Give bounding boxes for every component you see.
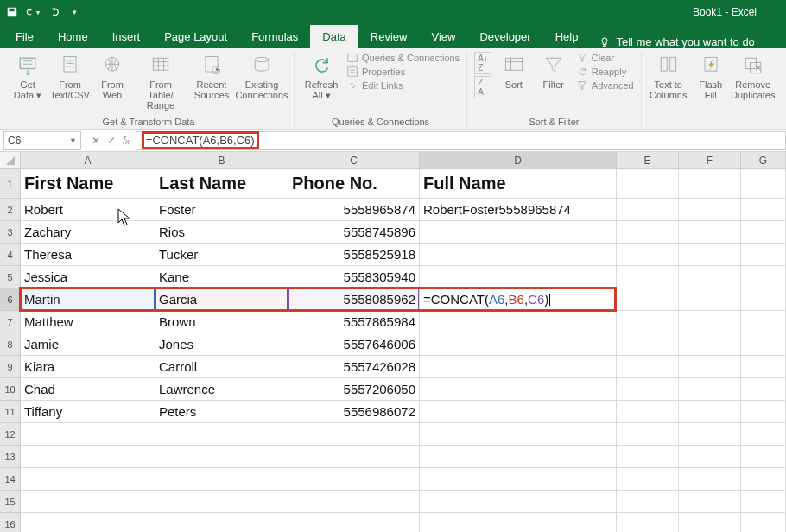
properties-button[interactable]: Properties xyxy=(346,66,460,78)
cell-B13[interactable] xyxy=(155,446,288,468)
cell-G4[interactable] xyxy=(741,244,786,266)
cell-E9[interactable] xyxy=(617,356,679,378)
cell-A4[interactable]: Theresa xyxy=(21,244,155,266)
cell-A12[interactable] xyxy=(21,423,155,446)
column-header-g[interactable]: G xyxy=(741,152,786,168)
cell-C6[interactable]: 5558085962 xyxy=(288,288,420,311)
cell-E16[interactable] xyxy=(617,513,679,532)
row-header[interactable]: 7 xyxy=(0,311,21,333)
cell-G2[interactable] xyxy=(741,199,786,221)
cell-B14[interactable] xyxy=(155,468,288,491)
row-header[interactable]: 6 xyxy=(0,288,21,311)
cell-G12[interactable] xyxy=(741,423,786,446)
cell-F1[interactable] xyxy=(679,169,741,199)
advanced-filter-button[interactable]: Advanced xyxy=(576,79,634,92)
cell-E13[interactable] xyxy=(617,446,679,468)
cell-D4[interactable] xyxy=(420,244,617,266)
cell-D8[interactable] xyxy=(420,333,617,356)
cell-E15[interactable] xyxy=(617,491,679,513)
cell-F7[interactable] xyxy=(679,311,741,333)
save-icon[interactable] xyxy=(5,5,19,19)
cell-B6[interactable]: Garcia xyxy=(155,288,288,311)
tab-file[interactable]: File xyxy=(3,25,46,48)
cell-A5[interactable]: Jessica xyxy=(21,266,155,288)
cell-E2[interactable] xyxy=(617,199,679,221)
cell-B16[interactable] xyxy=(155,513,288,532)
cell-G14[interactable] xyxy=(741,468,786,491)
cell-G9[interactable] xyxy=(741,356,786,378)
cell-B10[interactable]: Lawrence xyxy=(155,378,288,401)
cell-D14[interactable] xyxy=(420,468,617,491)
tab-developer[interactable]: Developer xyxy=(467,25,542,48)
cell-E11[interactable] xyxy=(617,401,679,423)
cell-B5[interactable]: Kane xyxy=(155,266,288,288)
cell-F3[interactable] xyxy=(679,221,741,244)
cell-B8[interactable]: Jones xyxy=(155,333,288,356)
cell-E7[interactable] xyxy=(617,311,679,333)
cell-A16[interactable] xyxy=(21,513,155,532)
cell-D16[interactable] xyxy=(420,513,617,532)
reapply-button[interactable]: Reapply xyxy=(576,66,634,78)
cell-E4[interactable] xyxy=(617,244,679,266)
flash-fill-button[interactable]: FlashFill xyxy=(694,52,728,102)
cell-E6[interactable] xyxy=(617,288,679,311)
cell-C5[interactable]: 5558305940 xyxy=(288,266,420,288)
worksheet-grid[interactable]: ABCDEFG 1First NameLast NamePhone No.Ful… xyxy=(0,152,786,532)
enter-formula-icon[interactable]: ✓ xyxy=(107,135,116,147)
text-to-columns-button[interactable]: Text toColumns xyxy=(649,52,688,102)
cell-F15[interactable] xyxy=(679,491,741,513)
row-header[interactable]: 13 xyxy=(0,446,21,468)
recent-sources-button[interactable]: RecentSources xyxy=(192,52,231,102)
row-header[interactable]: 2 xyxy=(0,199,21,221)
tell-me[interactable]: Tell me what you want to do xyxy=(590,35,754,48)
column-header-e[interactable]: E xyxy=(617,152,679,168)
cell-C9[interactable]: 5557426028 xyxy=(288,356,420,378)
row-header[interactable]: 8 xyxy=(0,333,21,356)
cell-B15[interactable] xyxy=(155,491,288,513)
redo-icon[interactable] xyxy=(47,5,60,19)
cell-E1[interactable] xyxy=(617,169,679,199)
cell-F12[interactable] xyxy=(679,423,741,446)
cell-E5[interactable] xyxy=(617,266,679,288)
cell-B1[interactable]: Last Name xyxy=(155,169,288,199)
cell-F8[interactable] xyxy=(679,333,741,356)
existing-connections-button[interactable]: ExistingConnections xyxy=(237,52,287,102)
cell-C12[interactable] xyxy=(288,423,420,446)
cell-C16[interactable] xyxy=(288,513,420,532)
formula-input[interactable]: =CONCAT(A6,B6,C6) xyxy=(136,131,786,150)
cell-G8[interactable] xyxy=(741,333,786,356)
cell-G13[interactable] xyxy=(741,446,786,468)
row-header[interactable]: 12 xyxy=(0,423,21,446)
cell-E8[interactable] xyxy=(617,333,679,356)
cell-C4[interactable]: 5558525918 xyxy=(288,244,420,266)
cell-D2[interactable]: RobertFoster5558965874 xyxy=(420,199,617,221)
cell-F2[interactable] xyxy=(679,199,741,221)
row-header[interactable]: 16 xyxy=(0,513,21,532)
cell-G6[interactable] xyxy=(741,288,786,311)
cell-B3[interactable]: Rios xyxy=(155,221,288,244)
column-header-f[interactable]: F xyxy=(679,152,741,168)
cell-B9[interactable]: Carroll xyxy=(155,356,288,378)
cell-E14[interactable] xyxy=(617,468,679,491)
sort-az-button[interactable]: A↓Z xyxy=(474,52,491,74)
cell-F14[interactable] xyxy=(679,468,741,491)
tab-review[interactable]: Review xyxy=(358,25,420,48)
cell-F6[interactable] xyxy=(679,288,741,311)
cell-A9[interactable]: Kiara xyxy=(21,356,155,378)
cell-C15[interactable] xyxy=(288,491,420,513)
tab-view[interactable]: View xyxy=(419,25,467,48)
tab-help[interactable]: Help xyxy=(543,25,591,48)
cell-F5[interactable] xyxy=(679,266,741,288)
queries-connections-button[interactable]: Queries & Connections xyxy=(346,52,460,64)
cell-C10[interactable]: 5557206050 xyxy=(288,378,420,401)
cell-B2[interactable]: Foster xyxy=(155,199,288,221)
name-box[interactable]: C6▼ xyxy=(3,131,81,150)
filter-button[interactable]: Filter xyxy=(536,52,571,92)
edit-links-button[interactable]: Edit Links xyxy=(346,79,460,92)
cell-F4[interactable] xyxy=(679,244,741,266)
from-table-range-button[interactable]: From Table/Range xyxy=(135,52,187,112)
row-header[interactable]: 10 xyxy=(0,378,21,401)
from-web-button[interactable]: FromWeb xyxy=(95,52,130,102)
remove-duplicates-button[interactable]: RemoveDuplicates xyxy=(733,52,773,102)
tab-page-layout[interactable]: Page Layout xyxy=(152,25,239,48)
